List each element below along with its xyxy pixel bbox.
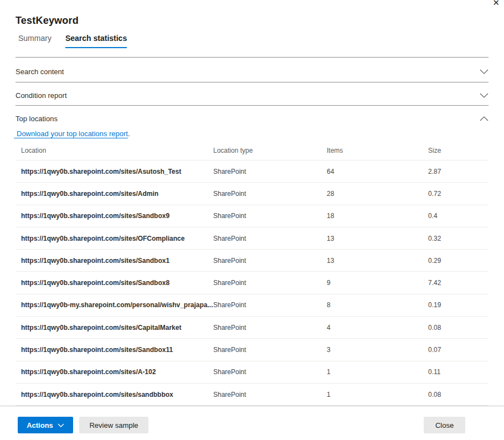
download-report-link[interactable]: Download your top locations report — [14, 130, 128, 138]
chevron-down-icon — [480, 93, 488, 98]
location-cell: https://1qwy0b.sharepoint.com/sites/OFCo… — [21, 235, 213, 242]
table-row: https://1qwy0b.sharepoint.com/sites/Sand… — [16, 272, 488, 294]
section-condition-report[interactable]: Condition report — [16, 87, 488, 103]
location-type-cell: SharePoint — [213, 235, 327, 242]
size-cell: 2.87 — [428, 168, 488, 175]
top-locations-table: Location Location type Items Size https:… — [16, 141, 488, 406]
chevron-up-icon — [480, 116, 488, 121]
location-cell: https://1qwy0b.sharepoint.com/sites/A-10… — [21, 368, 213, 376]
close-icon[interactable]: ✕ — [492, 0, 500, 8]
divider — [16, 57, 488, 58]
location-cell: https://1qwy0b.sharepoint.com/sites/Asut… — [21, 168, 213, 175]
location-cell: https://1qwy0b.sharepoint.com/sites/Admi… — [21, 190, 213, 198]
tab-bar: Summary Search statistics — [18, 34, 127, 48]
location-cell: https://1qwy0b.sharepoint.com/sites/Sand… — [21, 257, 213, 265]
location-type-cell: SharePoint — [213, 212, 327, 220]
table-row: https://1qwy0b.sharepoint.com/sites/Sand… — [16, 339, 488, 361]
items-cell: 13 — [327, 235, 428, 242]
section-label: Search content — [16, 68, 64, 76]
size-cell: 0.11 — [428, 368, 488, 376]
items-cell: 4 — [327, 324, 428, 332]
table-row: https://1qwy0b.sharepoint.com/sites/sand… — [16, 384, 488, 406]
actions-button[interactable]: Actions — [18, 417, 73, 433]
size-cell: 0.32 — [428, 235, 488, 242]
location-type-cell: SharePoint — [213, 346, 327, 354]
column-header-size: Size — [428, 147, 488, 154]
review-sample-button[interactable]: Review sample — [79, 417, 148, 433]
table-row: https://1qwy0b.sharepoint.com/sites/Sand… — [16, 250, 488, 272]
items-cell: 18 — [327, 212, 428, 220]
items-cell: 1 — [327, 368, 428, 376]
divider — [16, 105, 488, 106]
download-report-line: Download your top locations report. — [14, 130, 130, 138]
table-row: https://1qwy0b.sharepoint.com/sites/Sand… — [16, 205, 488, 227]
tab-summary[interactable]: Summary — [18, 34, 52, 48]
size-cell: 0.08 — [428, 391, 488, 398]
size-cell: 0.29 — [428, 257, 488, 265]
size-cell: 0.19 — [428, 301, 488, 309]
items-cell: 9 — [327, 279, 428, 287]
table-row: https://1qwy0b.sharepoint.com/sites/Admi… — [16, 183, 488, 205]
location-type-cell: SharePoint — [213, 324, 327, 332]
table-row: https://1qwy0b-my.sharepoint.com/persona… — [16, 294, 488, 317]
section-search-content[interactable]: Search content — [16, 63, 488, 80]
actions-button-label: Actions — [27, 421, 53, 429]
location-type-cell: SharePoint — [213, 257, 327, 265]
keyword-statistics-dialog: ✕ TestKeyword Summary Search statistics … — [0, 0, 504, 440]
close-button[interactable]: Close — [424, 417, 465, 433]
size-cell: 0.07 — [428, 346, 488, 354]
items-cell: 13 — [327, 257, 428, 265]
chevron-down-icon — [58, 423, 64, 427]
table-row: https://1qwy0b.sharepoint.com/sites/Capi… — [16, 317, 488, 339]
divider — [16, 82, 488, 82]
location-cell: https://1qwy0b.sharepoint.com/sites/sand… — [21, 391, 213, 398]
table-row: https://1qwy0b.sharepoint.com/sites/Asut… — [16, 161, 488, 183]
divider — [0, 406, 504, 406]
chevron-down-icon — [480, 69, 488, 74]
location-cell: https://1qwy0b.sharepoint.com/sites/Sand… — [21, 346, 213, 354]
size-cell: 0.72 — [428, 190, 488, 198]
items-cell: 8 — [327, 301, 428, 309]
page-title: TestKeyword — [16, 15, 79, 27]
size-cell: 7.42 — [428, 279, 488, 287]
location-cell: https://1qwy0b.sharepoint.com/sites/Sand… — [21, 279, 213, 287]
table-body: https://1qwy0b.sharepoint.com/sites/Asut… — [16, 161, 488, 406]
items-cell: 1 — [327, 391, 428, 398]
column-header-items: Items — [327, 147, 428, 154]
location-type-cell: SharePoint — [213, 391, 327, 398]
items-cell: 64 — [327, 168, 428, 175]
table-row: https://1qwy0b.sharepoint.com/sites/OFCo… — [16, 227, 488, 250]
items-cell: 3 — [327, 346, 428, 354]
table-header-row: Location Location type Items Size — [16, 141, 488, 161]
tab-search-statistics[interactable]: Search statistics — [65, 34, 127, 48]
link-suffix: . — [128, 130, 130, 138]
location-cell: https://1qwy0b-my.sharepoint.com/persona… — [21, 301, 213, 309]
location-type-cell: SharePoint — [213, 168, 327, 175]
section-label: Condition report — [16, 91, 67, 100]
column-header-location: Location — [21, 147, 213, 154]
size-cell: 0.08 — [428, 324, 488, 332]
items-cell: 28 — [327, 190, 428, 198]
location-cell: https://1qwy0b.sharepoint.com/sites/Sand… — [21, 212, 213, 220]
size-cell: 0.4 — [428, 212, 488, 220]
column-header-location-type: Location type — [213, 147, 327, 154]
table-row: https://1qwy0b.sharepoint.com/sites/A-10… — [16, 361, 488, 384]
location-type-cell: SharePoint — [213, 301, 327, 309]
section-top-locations[interactable]: Top locations — [16, 110, 488, 127]
section-label: Top locations — [16, 115, 58, 123]
location-type-cell: SharePoint — [213, 190, 327, 198]
location-type-cell: SharePoint — [213, 279, 327, 287]
location-type-cell: SharePoint — [213, 368, 327, 376]
location-cell: https://1qwy0b.sharepoint.com/sites/Capi… — [21, 324, 213, 332]
